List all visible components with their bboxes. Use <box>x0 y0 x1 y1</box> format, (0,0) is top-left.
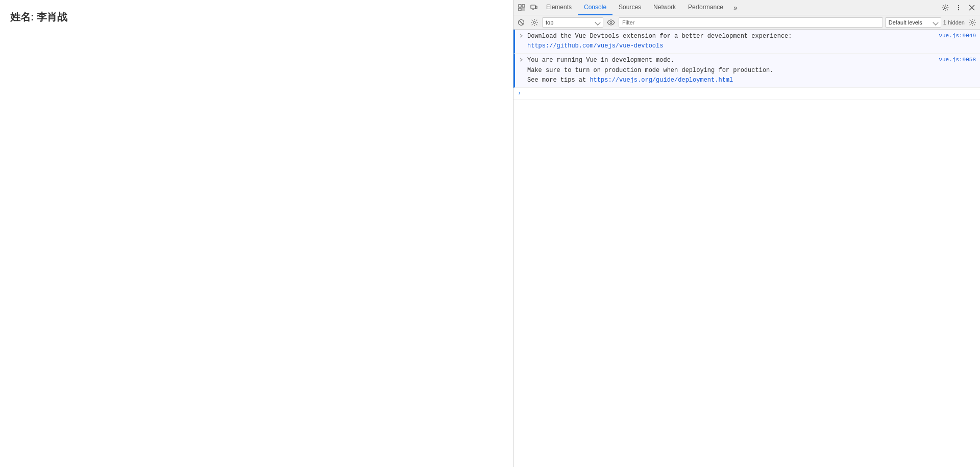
filter-input[interactable] <box>619 17 883 28</box>
context-selector[interactable]: top <box>542 17 603 28</box>
page-title: 姓名: 李肖战 <box>10 10 503 24</box>
svg-point-16 <box>610 21 612 23</box>
svg-point-7 <box>944 7 946 9</box>
console-entry: Download the Vue Devtools extension for … <box>513 30 980 54</box>
svg-rect-0 <box>519 5 521 7</box>
levels-label: Default levels <box>889 19 922 26</box>
expand-btn[interactable] <box>517 55 525 65</box>
context-label: top <box>546 19 553 26</box>
devtools-settings-btn[interactable] <box>939 2 951 14</box>
svg-point-15 <box>533 21 535 23</box>
console-source[interactable]: vue.js:9058 <box>937 56 980 64</box>
eye-btn[interactable] <box>605 17 617 28</box>
svg-rect-3 <box>522 8 525 11</box>
svg-rect-5 <box>535 6 537 9</box>
inspect-element-btn[interactable] <box>516 2 528 14</box>
expand-btn[interactable] <box>517 31 525 41</box>
console-output: Download the Vue Devtools extension for … <box>513 30 980 467</box>
devtools-toolbar: Elements Console Sources Network Perform… <box>513 0 980 15</box>
page-content: 姓名: 李肖战 <box>0 0 513 467</box>
devtools-right-icons <box>939 2 978 14</box>
tab-elements[interactable]: Elements <box>540 0 578 15</box>
console-settings-btn[interactable] <box>529 17 540 28</box>
hidden-count-badge[interactable]: 1 hidden <box>943 19 965 26</box>
deployment-link[interactable]: https://vuejs.org/guide/deployment.html <box>590 77 733 84</box>
tab-console[interactable]: Console <box>578 0 612 15</box>
tab-network[interactable]: Network <box>647 0 682 15</box>
svg-point-8 <box>958 5 959 6</box>
device-toggle-btn[interactable] <box>528 2 540 14</box>
devtools-link[interactable]: https://github.com/vuejs/vue-devtools <box>527 42 663 50</box>
context-chevron-icon <box>595 19 600 25</box>
devtools-tabs: Elements Console Sources Network Perform… <box>540 0 939 15</box>
console-gear-btn[interactable] <box>967 17 978 28</box>
prompt-chevron-icon: › <box>518 90 521 97</box>
svg-rect-4 <box>531 5 535 9</box>
console-toolbar: top Default levels 1 hidden <box>513 15 980 30</box>
console-prompt: › <box>513 88 980 100</box>
devtools-more-btn[interactable] <box>952 2 965 14</box>
devtools-panel: Elements Console Sources Network Perform… <box>513 0 980 467</box>
console-message: Download the Vue Devtools extension for … <box>525 31 937 52</box>
svg-point-17 <box>971 21 973 23</box>
svg-point-10 <box>958 9 959 10</box>
console-source[interactable]: vue.js:9049 <box>937 32 980 40</box>
console-message: You are running Vue in development mode.… <box>525 55 937 86</box>
more-tabs-btn[interactable]: » <box>729 2 742 14</box>
svg-rect-2 <box>522 5 525 7</box>
tab-performance[interactable]: Performance <box>682 0 729 15</box>
svg-line-14 <box>520 20 523 24</box>
svg-point-9 <box>958 7 959 8</box>
levels-chevron-icon <box>933 19 938 25</box>
clear-console-btn[interactable] <box>516 17 527 28</box>
console-entry: You are running Vue in development mode.… <box>513 54 980 88</box>
levels-selector[interactable]: Default levels <box>885 17 941 28</box>
tab-sources[interactable]: Sources <box>612 0 647 15</box>
svg-rect-1 <box>519 8 521 11</box>
close-devtools-btn[interactable] <box>966 2 978 14</box>
